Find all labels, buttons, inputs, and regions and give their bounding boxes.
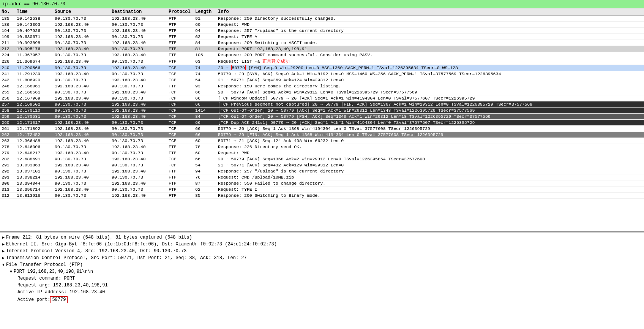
cell-no: 279 bbox=[0, 150, 15, 155]
cell-no: 292 bbox=[0, 169, 15, 174]
ftp-text: File Transfer Protocol (FTP) bbox=[6, 262, 83, 267]
ftp-sub-arrow: ▼ bbox=[10, 270, 12, 274]
cell-protocol: FTP bbox=[167, 28, 194, 33]
cell-no: 259 bbox=[0, 114, 15, 119]
cell-info: Request: TYPE A bbox=[216, 34, 644, 39]
table-row[interactable]: 31313.396714192.168.23.4090.130.70.73FTP… bbox=[0, 187, 644, 193]
table-row[interactable]: 30613.39404490.130.70.73192.168.23.40FTP… bbox=[0, 180, 644, 187]
cell-destination: 192.168.23.40 bbox=[110, 90, 167, 95]
cell-protocol: FTP bbox=[167, 22, 194, 27]
tcp-text: Transmission Control Protocol, Src Port:… bbox=[6, 255, 247, 261]
table-row[interactable]: 25912.17063190.130.70.73192.168.23.40TCP… bbox=[0, 114, 644, 120]
cell-no: 306 bbox=[0, 181, 15, 186]
cell-time: 13.033863 bbox=[15, 163, 53, 168]
cell-protocol: TCP bbox=[167, 108, 194, 113]
ethernet-detail[interactable]: ▶ Ethernet II, Src: Giga-Byt_f8:fe:06 (1… bbox=[2, 241, 642, 248]
cell-time: 11.367957 bbox=[15, 52, 53, 57]
cell-no: 212 bbox=[0, 46, 15, 51]
cell-source: 192.168.23.40 bbox=[53, 163, 110, 168]
table-row[interactable]: 25712.16950290.130.70.73192.168.23.40TCP… bbox=[0, 101, 644, 108]
cell-source: 192.168.23.40 bbox=[53, 59, 110, 64]
cell-time: 10.143393 bbox=[15, 22, 53, 27]
table-row[interactable]: 26212.172452192.168.23.4090.130.70.73TCP… bbox=[0, 132, 644, 138]
cell-info: Response: 200 PORT command successful. C… bbox=[216, 52, 644, 57]
cell-time: 10.142538 bbox=[15, 16, 53, 21]
ftp-detail[interactable]: ▼ File Transfer Protocol (FTP) bbox=[2, 261, 642, 268]
cell-length: 66 bbox=[194, 132, 216, 137]
ethernet-text: Ethernet II, Src: Giga-Byt_f8:fe:06 (1c:… bbox=[6, 242, 277, 247]
table-row[interactable]: 26112.171892192.168.23.4090.130.70.73TCP… bbox=[0, 126, 644, 132]
cell-protocol: TCP bbox=[167, 126, 194, 131]
cell-no: 255 bbox=[0, 90, 15, 95]
cell-info: Request: LIST -a 正常建立成功 bbox=[216, 59, 644, 64]
cell-source: 90.130.70.73 bbox=[53, 157, 110, 161]
table-row[interactable]: 31213.81391690.130.70.73192.168.23.40FTP… bbox=[0, 193, 644, 199]
col-protocol-header: Protocol bbox=[167, 9, 194, 14]
cell-info: [TCP Out-Of-Order] 20 → 50779 [ACK] Seq=… bbox=[216, 108, 644, 113]
cell-time: 12.172452 bbox=[15, 132, 53, 137]
table-row[interactable]: 24612.166061192.168.23.4090.130.70.73FTP… bbox=[0, 83, 644, 89]
table-row[interactable]: 24211.80692090.130.70.73192.168.23.40TCP… bbox=[0, 77, 644, 83]
table-row[interactable]: 22611.369674192.168.23.4090.130.70.73FTP… bbox=[0, 58, 644, 65]
table-row[interactable]: 24111.791239192.168.23.4090.130.70.73TCP… bbox=[0, 71, 644, 77]
table-row[interactable]: 26312.366488192.168.23.4090.130.70.73TCP… bbox=[0, 138, 644, 144]
cell-protocol: TCP bbox=[167, 163, 194, 168]
cell-no: 246 bbox=[0, 84, 15, 89]
cell-protocol: TCP bbox=[167, 90, 194, 95]
table-row[interactable]: 21210.995176192.168.23.4090.130.70.73FTP… bbox=[0, 46, 644, 52]
cell-info: Response: 257 "/upload" is the current d… bbox=[216, 169, 644, 174]
cell-protocol: FTP bbox=[167, 16, 194, 21]
cell-source: 90.130.70.73 bbox=[53, 52, 110, 57]
cell-length: 66 bbox=[194, 126, 216, 131]
table-row[interactable]: 25812.17011090.130.70.73192.168.23.40TCP… bbox=[0, 108, 644, 114]
ftp-cmd-detail: Request command: PORT bbox=[2, 275, 642, 282]
cell-protocol: FTP bbox=[167, 169, 194, 174]
cell-info: Request: PORT 192,168,23,40,198,91 bbox=[216, 46, 644, 51]
table-row[interactable]: 29213.03710190.130.70.73192.168.23.40FTP… bbox=[0, 168, 644, 174]
col-no-header: No. bbox=[0, 9, 15, 14]
cell-protocol: FTP bbox=[167, 181, 194, 186]
ftp-arg-text: Request arg: 192,168,23,40,198,91 bbox=[17, 283, 108, 288]
cell-destination: 192.168.23.40 bbox=[110, 108, 167, 113]
cell-source: 90.130.70.73 bbox=[53, 102, 110, 107]
table-row[interactable]: 28212.68869190.130.70.73192.168.23.40TCP… bbox=[0, 156, 644, 162]
cell-time: 13.813916 bbox=[15, 193, 53, 198]
table-row[interactable]: 27812.64600690.130.70.73192.168.23.40FTP… bbox=[0, 144, 644, 150]
frame-detail[interactable]: ▶ Frame 212: 81 bytes on wire (648 bits)… bbox=[2, 234, 642, 241]
table-row[interactable]: 19910.630671192.168.23.4090.130.70.73FTP… bbox=[0, 34, 644, 40]
cell-destination: 192.168.23.40 bbox=[110, 144, 167, 149]
cell-info: 21 → 50771 [ACK] Seq=432 Ack=129 Win=293… bbox=[216, 163, 644, 168]
table-row[interactable]: 21110.99389890.130.70.73192.168.23.40FTP… bbox=[0, 40, 644, 46]
table-row[interactable]: 27912.648217192.168.23.4090.130.70.73FTP… bbox=[0, 150, 644, 156]
cell-length: 85 bbox=[194, 193, 216, 198]
table-row[interactable]: 18510.14253890.130.70.73192.168.23.40FTP… bbox=[0, 16, 644, 22]
cell-no: 226 bbox=[0, 59, 15, 64]
table-row[interactable]: 29113.033863192.168.23.4090.130.70.73TCP… bbox=[0, 162, 644, 168]
cell-length: 60 bbox=[194, 150, 216, 155]
cell-no: 256 bbox=[0, 96, 15, 101]
cell-protocol: TCP bbox=[167, 102, 194, 107]
cell-time: 12.648217 bbox=[15, 150, 53, 155]
cell-protocol: FTP bbox=[167, 46, 194, 51]
cell-time: 12.171892 bbox=[15, 126, 53, 131]
cell-source: 192.168.23.40 bbox=[53, 126, 110, 131]
cell-destination: 192.168.23.40 bbox=[110, 78, 167, 82]
table-row[interactable]: 29313.038214192.168.23.4090.130.70.73FTP… bbox=[0, 174, 644, 180]
ftp-sub-detail[interactable]: ▼ PORT 192,168,23,40,198,91\r\n bbox=[2, 268, 642, 275]
table-row[interactable]: 26012.171017192.168.23.4090.130.70.73TCP… bbox=[0, 120, 644, 126]
packet-list[interactable]: 18510.14253890.130.70.73192.168.23.40FTP… bbox=[0, 16, 644, 232]
ip-detail[interactable]: ▶ Internet Protocol Version 4, Src: 192.… bbox=[2, 248, 642, 255]
cell-destination: 90.130.70.73 bbox=[110, 132, 167, 137]
cell-source: 90.130.70.73 bbox=[53, 169, 110, 174]
table-row[interactable]: 25512.16656190.130.70.73192.168.23.40TCP… bbox=[0, 89, 644, 95]
table-row[interactable]: 25612.167969192.168.23.4090.130.70.73TCP… bbox=[0, 95, 644, 101]
table-row[interactable]: 22411.36795790.130.70.73192.168.23.40FTP… bbox=[0, 52, 644, 58]
table-row[interactable]: 24011.79056690.130.70.73192.168.23.40TCP… bbox=[0, 65, 644, 71]
tcp-detail[interactable]: ▶ Transmission Control Protocol, Src Por… bbox=[2, 255, 642, 261]
cell-no: 240 bbox=[0, 65, 15, 70]
table-row[interactable]: 19410.49792690.130.70.73192.168.23.40FTP… bbox=[0, 28, 644, 34]
cell-length: 66 bbox=[194, 120, 216, 125]
table-row[interactable]: 18610.143393192.168.23.4090.130.70.73FTP… bbox=[0, 22, 644, 28]
cell-info: Request: PWD bbox=[216, 22, 644, 27]
cell-no: 260 bbox=[0, 120, 15, 125]
